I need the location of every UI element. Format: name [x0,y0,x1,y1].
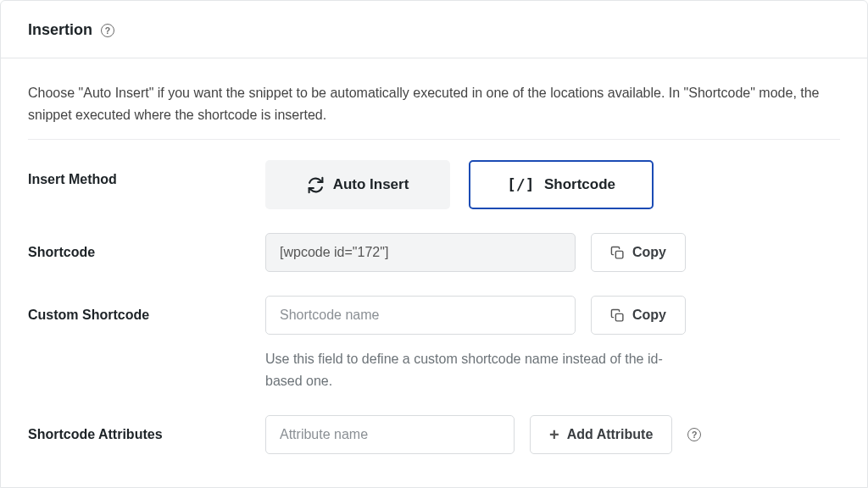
custom-shortcode-input-row: Copy [265,296,840,335]
plus-icon: + [549,426,559,443]
svg-rect-2 [615,313,623,321]
panel-body: Choose "Auto Insert" if you want the sni… [1,58,867,478]
custom-shortcode-row: Custom Shortcode Copy Use this f [28,296,840,391]
shortcode-input-row: Copy [265,233,840,272]
copy-icon [610,246,625,260]
copy-shortcode-label: Copy [632,245,666,260]
svg-rect-1 [615,251,623,258]
custom-shortcode-input[interactable] [265,296,576,335]
svg-text:[/]: [/] [507,176,535,193]
insertion-panel: Insertion ? Choose "Auto Insert" if you … [0,0,868,488]
shortcode-option-label: Shortcode [544,176,615,193]
auto-insert-label: Auto Insert [333,176,409,193]
copy-custom-shortcode-label: Copy [632,308,666,323]
shortcode-row: Shortcode Copy [28,233,840,272]
shortcode-attributes-field: + Add Attribute ? [265,415,840,454]
shortcode-icon: [/] [507,176,536,193]
help-icon[interactable]: ? [101,24,114,37]
shortcode-label: Shortcode [28,233,265,260]
shortcode-field: Copy [265,233,840,272]
insert-method-label: Insert Method [28,160,265,187]
section-description: Choose "Auto Insert" if you want the sni… [28,82,840,125]
custom-shortcode-hint: Use this field to define a custom shortc… [265,348,672,391]
copy-shortcode-button[interactable]: Copy [591,233,686,272]
custom-shortcode-field: Copy Use this field to define a custom s… [265,296,840,391]
attribute-name-input[interactable] [265,415,515,454]
shortcode-option[interactable]: [/] Shortcode [469,160,654,209]
insert-method-field: Auto Insert [/] Shortcode [265,160,840,209]
shortcode-readonly-input[interactable] [265,233,576,272]
shortcode-attributes-row: Shortcode Attributes + Add Attribute ? [28,415,840,454]
insert-method-toggle: Auto Insert [/] Shortcode [265,160,840,209]
auto-insert-option[interactable]: Auto Insert [265,160,450,209]
section-title: Insertion [28,21,92,39]
insert-method-row: Insert Method Auto Insert [28,160,840,209]
shortcode-attributes-label: Shortcode Attributes [28,415,265,442]
refresh-icon [307,176,325,194]
help-icon[interactable]: ? [687,428,701,441]
panel-header: Insertion ? [1,1,867,58]
add-attribute-button[interactable]: + Add Attribute [530,415,672,454]
custom-shortcode-label: Custom Shortcode [28,296,265,323]
divider [28,139,840,140]
copy-icon [610,308,625,323]
attribute-input-row: + Add Attribute ? [265,415,840,454]
copy-custom-shortcode-button[interactable]: Copy [591,296,686,335]
add-attribute-label: Add Attribute [567,427,654,442]
